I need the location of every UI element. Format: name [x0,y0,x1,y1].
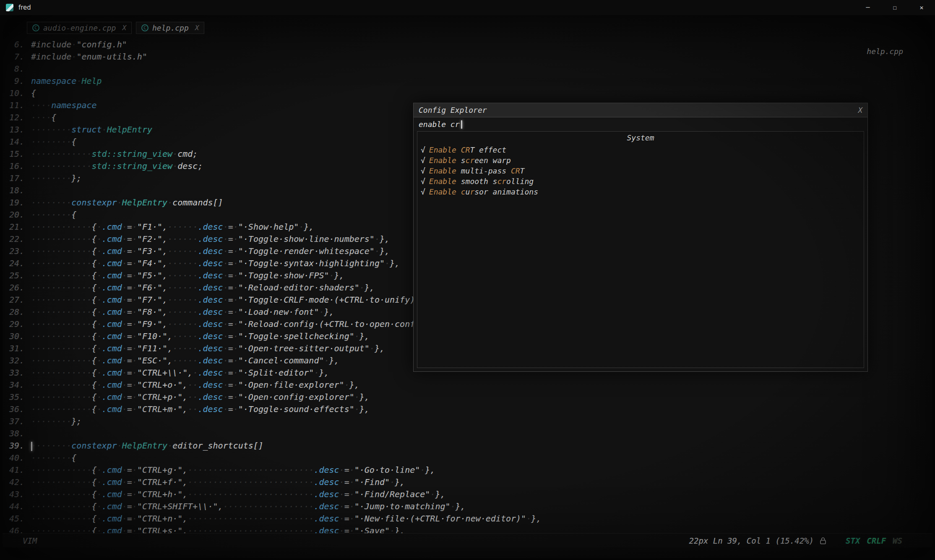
code-line: 34.············{·.cmd·=·"CTRL+o·",··.des… [3,379,932,391]
line-number: 24. [3,257,24,270]
code-line: 43.············{·.cmd·=·"CTRL+h·",······… [3,488,932,500]
tab-close-icon[interactable]: X [122,24,126,32]
line-number: 41. [3,464,24,476]
code-line: 37.········}; [3,415,932,428]
config-option[interactable]: √Enable screen warp [417,155,864,166]
tab-audio-engine-cpp[interactable]: C audio-engine.cpp X [27,22,132,34]
code-line: 41.············{·.cmd·=·"CTRL+g·",······… [3,464,932,476]
code-line: 10.{ [3,87,932,99]
line-number: 18. [3,184,24,197]
line-number: 20. [3,209,24,221]
line-number: 19. [3,197,24,209]
tab-label: audio-engine.cpp [43,23,116,32]
active-filename-badge: help.cpp [867,47,903,56]
window-title: fred [18,4,31,11]
line-number: 22. [3,233,24,245]
line-number: 16. [3,160,24,172]
editor-mode-indicator: VIM [23,536,37,545]
code-line: 35.············{·.cmd·=·"CTRL+p·",··.des… [3,391,932,403]
status-right-group: 22px Ln 39, Col 1 (15.42%) STXCRLFWS [689,536,902,545]
code-line: 6.#include·"config.h" [3,39,932,51]
dialog-titlebar[interactable]: Config Explorer X [414,103,867,117]
app-icon [6,4,13,11]
code-line: 7.#include·"enum-utils.h" [3,51,932,63]
line-number: 42. [3,476,24,488]
status-flags: STXCRLFWS [846,536,902,545]
window-controls: ─ ☐ ✕ [854,0,935,15]
lock-icon [820,537,826,544]
line-number: 17. [3,172,24,184]
code-line: 9.namespace·Help [3,75,932,87]
line-number: 29. [3,318,24,330]
config-option[interactable]: √Enable smooth scrolling [417,176,864,187]
line-number: 27. [3,294,24,306]
line-number: 9. [3,75,24,87]
line-number: 8. [3,63,24,75]
checkbox-checked-icon[interactable]: √ [421,177,425,186]
line-number: 26. [3,282,24,294]
code-line: 44.············{·.cmd·=·"CTRL+SHIFT+\\·"… [3,500,932,513]
line-number: 44. [3,500,24,513]
status-flag-crlf: CRLF [867,536,886,545]
line-number: 7. [3,51,24,63]
line-number: 11. [3,99,24,111]
status-flag-stx: STX [846,536,860,545]
line-number: 37. [3,415,24,428]
line-number: 38. [3,428,24,440]
line-number: 34. [3,379,24,391]
checkbox-checked-icon[interactable]: √ [421,145,425,154]
window-titlebar: fred ─ ☐ ✕ [0,0,935,15]
code-line: 38. [3,428,932,440]
dialog-title: Config Explorer [419,106,487,114]
line-number: 31. [3,342,24,355]
minimize-button[interactable]: ─ [854,0,881,15]
line-number: 35. [3,391,24,403]
line-number: 36. [3,403,24,415]
close-button[interactable]: ✕ [908,0,935,15]
line-number: 23. [3,245,24,257]
crt-screen: 6.#include·"config.h"7.#include·"enum-ut… [3,15,932,558]
config-search-input[interactable]: enable cr [414,117,867,131]
checkbox-checked-icon[interactable]: √ [421,156,425,165]
code-line: 39.········constexpr·HelpEntry·editor_sh… [3,440,932,452]
tab-close-icon[interactable]: X [195,24,199,32]
tab-label: help.cpp [152,23,189,32]
line-number: 21. [3,221,24,233]
line-number: 6. [3,39,24,51]
checkbox-checked-icon[interactable]: √ [421,187,425,196]
line-number: 40. [3,452,24,464]
cursor-position-info: 22px Ln 39, Col 1 (15.42%) [689,536,814,545]
code-line: 42.············{·.cmd·=·"CTRL+f·",······… [3,476,932,488]
tab-bar: C audio-engine.cpp X C help.cpp X [27,22,204,34]
dialog-close-button[interactable]: X [858,106,862,114]
config-results-panel: System √Enable CRT effect√Enable screen … [417,131,864,368]
text-cursor [461,120,462,129]
line-number: 13. [3,124,24,136]
config-section-header: System [417,133,864,142]
tab-help-cpp[interactable]: C help.cpp X [136,22,204,34]
maximize-button[interactable]: ☐ [881,0,908,15]
code-line: 40.········{ [3,452,932,464]
config-option[interactable]: √Enable CRT effect [417,145,864,155]
line-number: 33. [3,367,24,379]
code-line: 8. [3,63,932,75]
config-explorer-dialog: Config Explorer X enable cr System √Enab… [413,103,868,372]
line-number: 14. [3,136,24,148]
line-number: 39. [3,440,24,452]
status-bar: VIM 22px Ln 39, Col 1 (15.42%) STXCRLFWS [3,533,932,547]
line-number: 12. [3,111,24,124]
code-line: 36.············{·.cmd·=·"CTRL+m·",··.des… [3,403,932,415]
status-flag-ws: WS [893,536,902,545]
config-items-list: √Enable CRT effect√Enable screen warp√En… [417,145,864,197]
line-number: 32. [3,355,24,367]
line-number: 28. [3,306,24,318]
cpp-file-icon: C [32,24,39,31]
line-number: 10. [3,87,24,99]
config-option[interactable]: √Enable multi-pass CRT [417,166,864,176]
config-option[interactable]: √Enable cursor animations [417,187,864,197]
line-number: 25. [3,270,24,282]
line-number: 15. [3,148,24,160]
checkbox-checked-icon[interactable]: √ [421,166,425,175]
line-number: 45. [3,513,24,525]
search-query-text: enable cr [419,120,460,129]
